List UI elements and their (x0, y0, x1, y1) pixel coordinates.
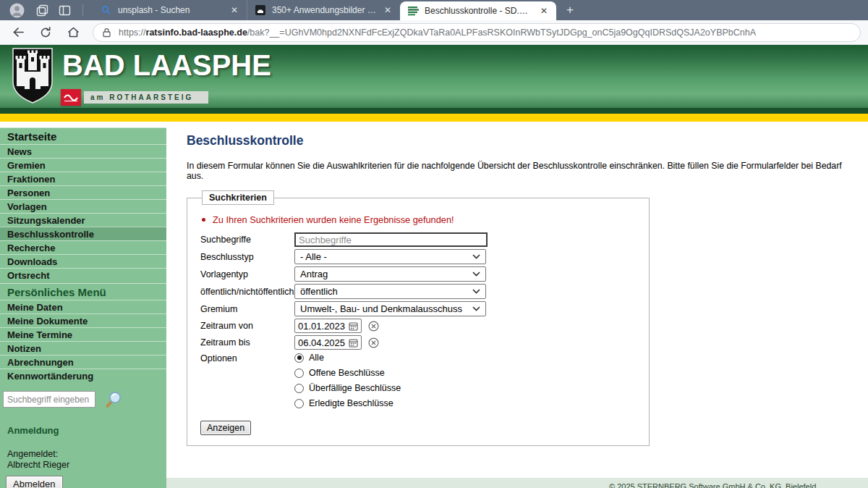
address-bar[interactable]: https://ratsinfo.bad-laasphe.de/bak?__=U… (93, 23, 861, 42)
tab-title: Beschlusskontrolle - SD.NET RIM (425, 6, 533, 16)
page-footer: © 2025 STERNBERG Software GmbH & Co. KG,… (166, 478, 868, 488)
sidebar-item-kennwortaenderung[interactable]: Kennwortänderung (0, 369, 166, 382)
sdnet-rim-icon (407, 5, 419, 17)
radio-option-alle[interactable]: Alle (294, 353, 401, 363)
calendar-icon[interactable] (349, 321, 358, 331)
url-text: https://ratsinfo.bad-laasphe.de/bak?__=U… (119, 28, 756, 38)
tab-unsplash-search[interactable]: unsplash - Suchen ✕ (93, 0, 247, 20)
sidebar-item-downloads[interactable]: Downloads (0, 254, 166, 268)
radio-button[interactable] (294, 353, 304, 363)
logout-button[interactable]: Abmelden (6, 476, 63, 488)
page-title: Beschlusskontrolle (187, 133, 868, 148)
close-icon[interactable]: ✕ (539, 6, 549, 16)
beschlusstyp-select[interactable]: - Alle - (294, 249, 486, 264)
sidebar-item-vorlagen[interactable]: Vorlagen (0, 199, 166, 213)
site-banner: BAD LAASPHE am ROTHAARSTEIG (0, 45, 868, 108)
sidebar-item-meine-termine[interactable]: Meine Termine (0, 327, 166, 341)
logged-in-label: Angemeldet: (7, 449, 166, 460)
banner-yellow-strip (0, 114, 868, 122)
anzeigen-button[interactable]: Anzeigen (200, 421, 251, 435)
chevron-down-icon (472, 254, 480, 259)
back-icon[interactable] (9, 23, 27, 42)
sidebar-item-notizen[interactable]: Notizen (0, 341, 166, 355)
city-tagline: am ROTHAARSTEIG (84, 91, 208, 104)
chevron-down-icon (472, 306, 480, 311)
label-optionen: Optionen (200, 353, 294, 363)
tab-beschlusskontrolle-active[interactable]: Beschlusskontrolle - SD.NET RIM ✕ (400, 1, 556, 20)
vertical-tabs-icon[interactable] (59, 4, 71, 17)
workspaces-icon[interactable] (36, 4, 48, 17)
gremium-select[interactable]: Umwelt-, Bau- und Denkmalausschuss (294, 301, 486, 316)
error-bullet-icon (202, 218, 205, 222)
radio-option-offene[interactable]: Offene Beschlüsse (294, 368, 401, 378)
sidebar-item-abrechnungen[interactable]: Abrechnungen (0, 355, 166, 369)
radio-button[interactable] (294, 369, 304, 378)
refresh-icon[interactable] (36, 23, 55, 42)
chevron-down-icon (472, 289, 480, 294)
rothaarsteig-logo (61, 89, 81, 106)
radio-button[interactable] (294, 384, 304, 393)
coat-of-arms (12, 47, 54, 105)
optionen-radio-group: Alle Offene Beschlüsse Überfällige Besch… (294, 353, 401, 408)
sidebar-item-recherche[interactable]: Recherche (0, 240, 166, 254)
lock-icon (102, 28, 111, 38)
label-oeffentlich: öffentlich/nichtöffentlich (200, 287, 294, 297)
sidebar-item-meine-dokumente[interactable]: Meine Dokumente (0, 314, 166, 327)
radio-button[interactable] (294, 399, 304, 408)
tabbar-separator (82, 4, 83, 16)
label-zeitraum-von: Zeitraum von (200, 321, 294, 331)
sidebar-item-sitzungskalender[interactable]: Sitzungskalender (0, 213, 166, 227)
logged-in-user: Albrecht Rieger (7, 460, 166, 471)
sidebar: Startseite News Gremien Fraktionen Perso… (0, 127, 166, 488)
clear-date-icon[interactable] (368, 321, 379, 332)
label-zeitraum-bis: Zeitraum bis (200, 337, 294, 348)
sidebar-header-startseite[interactable]: Startseite (0, 127, 166, 144)
error-message-row: Zu Ihren Suchkriterien wurden keine Erge… (202, 214, 636, 225)
clear-date-icon[interactable] (368, 337, 379, 348)
search-criteria-fieldset: Suchkriterien Zu Ihren Suchkriterien wur… (187, 190, 650, 446)
radio-option-erledigte[interactable]: Erledigte Beschlüsse (294, 398, 401, 408)
city-name: BAD LAASPHE (62, 49, 271, 82)
zeitraum-von-input[interactable]: 01.01.2023 (294, 319, 362, 333)
intro-text: In diesem Formular können Sie die Auswah… (187, 161, 848, 181)
unsplash-icon (255, 4, 266, 16)
sidebar-header-persoenliches-menue: Persönliches Menü (0, 283, 166, 300)
sidebar-item-gremien[interactable]: Gremien (0, 158, 166, 172)
radio-option-ueberfaellige[interactable]: Überfällige Beschlüsse (294, 383, 401, 393)
search-icon (101, 4, 112, 16)
fieldset-legend: Suchkriterien (202, 190, 274, 205)
sidebar-item-beschlusskontrolle[interactable]: Beschlusskontrolle (0, 227, 166, 240)
zeitraum-bis-input[interactable]: 06.04.2025 (294, 335, 362, 350)
sidebar-search-input[interactable] (3, 391, 95, 408)
magnifier-icon[interactable] (104, 390, 124, 409)
calendar-icon[interactable] (349, 338, 358, 348)
oeffentlich-select[interactable]: öffentlich (294, 284, 486, 299)
tab-anwendungsbilder[interactable]: 350+ Anwendungsbilder [HD] | La ✕ (247, 0, 400, 20)
new-tab-button[interactable]: + (556, 0, 584, 20)
vorlagentyp-select[interactable]: Antrag (294, 266, 486, 282)
copyright-text: © 2025 STERNBERG Software GmbH & Co. KG,… (609, 482, 816, 488)
main-content: Beschlusskontrolle In diesem Formular kö… (166, 127, 868, 488)
label-suchbegriffe: Suchbegriffe (200, 235, 294, 245)
tab-title: unsplash - Suchen (118, 5, 224, 15)
chevron-down-icon (472, 272, 480, 277)
sidebar-item-personen[interactable]: Personen (0, 185, 166, 199)
label-vorlagentyp: Vorlagentyp (200, 269, 294, 279)
profile-avatar-icon[interactable] (7, 1, 26, 20)
close-icon[interactable]: ✕ (229, 5, 239, 15)
sidebar-item-fraktionen[interactable]: Fraktionen (0, 172, 166, 185)
close-icon[interactable]: ✕ (383, 5, 393, 15)
sidebar-item-ortsrecht[interactable]: Ortsrecht (0, 268, 166, 282)
error-message: Zu Ihren Suchkriterien wurden keine Erge… (213, 214, 454, 225)
login-header: Anmeldung (0, 425, 166, 436)
tab-title: 350+ Anwendungsbilder [HD] | La (272, 5, 377, 15)
sidebar-item-news[interactable]: News (0, 144, 166, 158)
suchbegriffe-input[interactable] (294, 232, 488, 247)
banner-gap (0, 122, 868, 127)
label-beschlusstyp: Beschlusstyp (200, 252, 294, 262)
label-gremium: Gremium (200, 304, 294, 314)
browser-toolbar: https://ratsinfo.bad-laasphe.de/bak?__=U… (0, 20, 868, 45)
home-icon[interactable] (64, 23, 82, 42)
sidebar-item-meine-daten[interactable]: Meine Daten (0, 300, 166, 314)
logged-in-status: Angemeldet: Albrecht Rieger (0, 449, 166, 471)
